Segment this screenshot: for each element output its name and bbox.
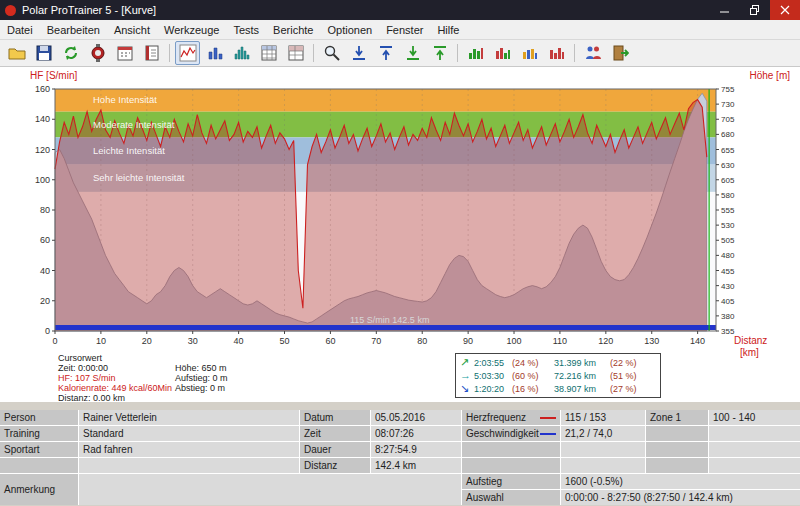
herzfrequenz-value[interactable]: 115 / 153	[561, 410, 645, 425]
sportart-value[interactable]: Rad fahren	[79, 442, 299, 457]
aufstieg-value[interactable]: 1600 (-0.5%)	[561, 474, 800, 489]
person-value[interactable]: Rainer Vetterlein	[79, 410, 299, 425]
maximize-button[interactable]	[740, 0, 770, 20]
close-icon	[780, 5, 790, 15]
svg-text:30: 30	[188, 336, 198, 346]
curve-chart-canvas[interactable]: 0204060801001201401603553804054304554805…	[0, 67, 800, 367]
exit-button[interactable]	[607, 41, 632, 65]
import-down-button[interactable]	[346, 41, 371, 65]
svg-text:50: 50	[280, 336, 290, 346]
lap-grid-icon	[260, 44, 278, 62]
menu-werkzeuge[interactable]: Werkzeuge	[157, 22, 226, 38]
svg-text:100: 100	[507, 336, 522, 346]
menu-ansicht[interactable]: Ansicht	[107, 22, 157, 38]
lap-grid-button[interactable]	[256, 41, 281, 65]
auswahl-label: Auswahl	[462, 490, 560, 505]
svg-text:120: 120	[35, 145, 50, 155]
export-up-icon	[377, 44, 395, 62]
above-zone-arrow-icon: ↗	[460, 357, 474, 368]
empty-cell	[709, 426, 800, 441]
anmerkung-value[interactable]	[79, 474, 461, 505]
empty-cell	[709, 458, 800, 473]
datum-value[interactable]: 05.05.2016	[371, 410, 461, 425]
title-bar: Polar ProTrainer 5 - [Kurve]	[0, 0, 800, 20]
save-button[interactable]	[31, 41, 56, 65]
empty-cell	[646, 442, 708, 457]
svg-text:755: 755	[721, 85, 735, 94]
transfer-up-button[interactable]	[427, 41, 452, 65]
training-value[interactable]: Standard	[79, 426, 299, 441]
histogram-view-icon	[233, 44, 251, 62]
svg-text:0: 0	[52, 336, 57, 346]
toolbar-separator	[574, 44, 575, 62]
dauer-value[interactable]: 8:27:54.9	[371, 442, 461, 457]
svg-text:80: 80	[40, 205, 50, 215]
zone-label: Zone 1	[646, 410, 708, 425]
svg-text:555: 555	[721, 206, 735, 215]
menu-bearbeiten[interactable]: Bearbeiten	[40, 22, 107, 38]
report-day-icon	[467, 44, 485, 62]
svg-text:Distanz: Distanz	[734, 335, 767, 346]
toolbar-separator	[169, 44, 170, 62]
calendar-button[interactable]	[112, 41, 137, 65]
svg-text:655: 655	[721, 146, 735, 155]
svg-text:380: 380	[721, 312, 735, 321]
sync-icon	[62, 44, 80, 62]
report-week-icon	[494, 44, 512, 62]
export-up-button[interactable]	[373, 41, 398, 65]
svg-text:140: 140	[690, 336, 705, 346]
auswahl-value[interactable]: 0:00:00 - 8:27:50 (8:27:50 / 142.4 km)	[561, 490, 800, 505]
athletes-button[interactable]	[580, 41, 605, 65]
bar-view-button[interactable]	[202, 41, 227, 65]
notes-button[interactable]	[139, 41, 164, 65]
window-title: Polar ProTrainer 5 - [Kurve]	[22, 4, 710, 16]
report-month-button[interactable]	[517, 41, 542, 65]
report-compare-button[interactable]	[544, 41, 569, 65]
empty-cell	[646, 426, 708, 441]
sync-button[interactable]	[58, 41, 83, 65]
geschwindigkeit-value[interactable]: 21,2 / 74,0	[561, 426, 645, 441]
toolbar-separator	[457, 44, 458, 62]
zone-distance-pct: (51 %)	[610, 371, 650, 381]
herzfrequenz-label: Herzfrequenz	[462, 410, 560, 425]
transfer-down-button[interactable]	[400, 41, 425, 65]
zone-time-pct: (16 %)	[512, 384, 554, 394]
menu-optionen[interactable]: Optionen	[320, 22, 379, 38]
empty-cell	[709, 442, 800, 457]
geschwindigkeit-label: Geschwindigkeit	[462, 426, 560, 441]
report-compare-icon	[548, 44, 566, 62]
zone-value[interactable]: 100 - 140	[709, 410, 800, 425]
curve-view-button[interactable]	[175, 41, 200, 65]
zone-time-pct: (60 %)	[512, 371, 554, 381]
menu-berichte[interactable]: Berichte	[266, 22, 320, 38]
cursor-descent: Abstieg: 0 m	[175, 383, 228, 393]
menu-tests[interactable]: Tests	[226, 22, 266, 38]
menu-datei[interactable]: Datei	[0, 22, 40, 38]
histogram-view-button[interactable]	[229, 41, 254, 65]
menu-fenster[interactable]: Fenster	[379, 22, 430, 38]
report-day-button[interactable]	[463, 41, 488, 65]
svg-text:100: 100	[35, 175, 50, 185]
data-grid-button[interactable]	[283, 41, 308, 65]
svg-text:60: 60	[40, 235, 50, 245]
device-button[interactable]	[85, 41, 110, 65]
svg-text:120: 120	[598, 336, 613, 346]
save-icon	[35, 44, 53, 62]
cursor-value-panel: Cursorwert Zeit: 0:00:00 HF: 107 S/min K…	[58, 353, 172, 403]
cursor-calorie-rate: Kalorienrate: 449 kcal/60Min	[58, 383, 172, 393]
open-folder-button[interactable]	[4, 41, 29, 65]
menu-hilfe[interactable]: Hilfe	[430, 22, 466, 38]
toolbar-separator	[313, 44, 314, 62]
svg-text:530: 530	[721, 221, 735, 230]
zoom-button[interactable]	[319, 41, 344, 65]
svg-text:455: 455	[721, 267, 735, 276]
close-button[interactable]	[770, 0, 800, 20]
zeit-value[interactable]: 08:07:26	[371, 426, 461, 441]
geschwindigkeit-label-text: Geschwindigkeit	[466, 428, 539, 439]
report-week-button[interactable]	[490, 41, 515, 65]
distanz-value[interactable]: 142.4 km	[371, 458, 461, 473]
svg-text:355: 355	[721, 327, 735, 336]
svg-text:Sehr leichte Intensität: Sehr leichte Intensität	[93, 172, 185, 183]
minimize-button[interactable]	[710, 0, 740, 20]
altitude-value-panel: Höhe: 650 m Aufstieg: 0 m Abstieg: 0 m	[175, 363, 228, 393]
